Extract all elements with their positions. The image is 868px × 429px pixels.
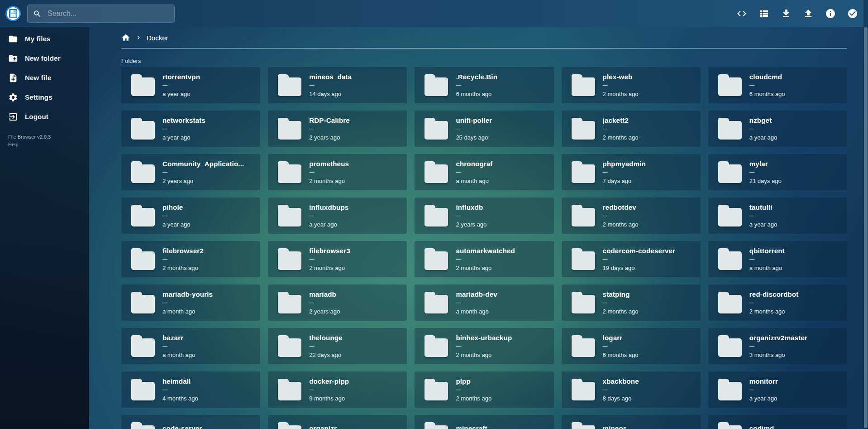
folder-glyph-icon — [131, 338, 155, 357]
folder-card[interactable]: plex-web—2 months ago — [562, 67, 701, 103]
folder-size: — — [603, 344, 639, 349]
folder-card[interactable]: qbittorrent—a month ago — [708, 241, 847, 277]
folder-card[interactable]: mariadb—2 years ago — [268, 284, 407, 321]
folder-modified: 2 years ago — [309, 134, 350, 141]
sidebar: My filesNew folderNew fileSettingsLogout… — [0, 27, 89, 429]
folder-card[interactable]: codercom-codeserver—19 days ago — [562, 241, 701, 277]
folder-glyph-icon — [572, 121, 595, 140]
select-multiple-button[interactable] — [846, 7, 859, 20]
folder-card[interactable]: mineos— — [562, 415, 701, 429]
folder-size: — — [603, 387, 639, 392]
folder-card[interactable]: bazarr—a month ago — [121, 328, 260, 364]
folder-name: statping — [603, 290, 639, 298]
shell-button[interactable] — [735, 7, 748, 20]
folder-glyph-icon — [572, 425, 595, 429]
folder-card[interactable]: mariadb-yourls—a month ago — [121, 284, 260, 321]
folder-card[interactable]: statping—2 months ago — [562, 284, 701, 321]
folder-modified: 4 months ago — [162, 395, 198, 402]
folder-glyph-icon — [718, 77, 742, 96]
folder-card[interactable]: code-server— — [121, 415, 260, 429]
folder-size: — — [456, 257, 515, 262]
sidebar-item-settings[interactable]: Settings — [0, 87, 89, 107]
folder-card[interactable]: logarr—6 months ago — [562, 328, 701, 364]
folder-card[interactable]: influxdbups—a year ago — [268, 198, 407, 234]
sidebar-item-label: Logout — [25, 113, 48, 121]
folder-info: minecraft— — [456, 424, 487, 429]
app-logo[interactable] — [5, 6, 21, 21]
folder-size: — — [162, 300, 213, 305]
folder-info: codimd— — [749, 424, 774, 429]
folder-name: jackett2 — [603, 116, 639, 124]
sidebar-item-new-file[interactable]: New file — [0, 68, 89, 87]
folder-size: — — [162, 83, 200, 88]
upload-button[interactable] — [802, 7, 815, 20]
search-input[interactable] — [47, 9, 169, 18]
folder-glyph-icon — [424, 295, 448, 313]
folder-card[interactable]: nzbget—a year ago — [708, 111, 847, 147]
code-icon — [736, 8, 747, 19]
folder-size: — — [456, 344, 512, 349]
folder-card[interactable]: chronograf—a month ago — [415, 154, 553, 190]
folder-card[interactable]: organizr— — [268, 415, 407, 429]
folder-card[interactable]: prometheus—2 months ago — [268, 154, 407, 190]
breadcrumb-current-folder[interactable]: Docker — [147, 34, 168, 42]
sidebar-item-logout[interactable]: Logout — [0, 107, 89, 126]
logout-icon — [8, 112, 18, 122]
folder-card[interactable]: jackett2—2 months ago — [562, 111, 701, 147]
folder-glyph-icon — [572, 251, 595, 270]
folder-card[interactable]: docker-plpp—9 months ago — [268, 371, 407, 408]
folder-card[interactable]: minecraft— — [415, 415, 553, 429]
folder-card[interactable]: pihole—a year ago — [121, 198, 260, 234]
folder-card[interactable]: codimd— — [708, 415, 847, 429]
folder-card[interactable]: plpp—2 months ago — [415, 371, 553, 408]
folder-card[interactable]: monitorr—a year ago — [708, 371, 847, 408]
folder-name: minecraft — [456, 424, 487, 429]
folder-modified: 2 years ago — [162, 178, 244, 184]
folder-card[interactable]: influxdb—2 years ago — [415, 198, 553, 234]
sidebar-item-my-files[interactable]: My files — [0, 29, 89, 48]
folder-card[interactable]: binhex-urbackup—2 months ago — [415, 328, 553, 364]
folder-card[interactable]: unifi-poller—25 days ago — [415, 111, 553, 147]
help-link[interactable]: Help — [8, 141, 89, 149]
folder-card[interactable]: redbotdev—2 months ago — [562, 198, 701, 234]
folder-info: organizrv2master—3 months ago — [749, 334, 807, 358]
folder-name: mariadb-yourls — [162, 290, 213, 298]
folder-card[interactable]: .Recycle.Bin—6 months ago — [415, 67, 553, 103]
folder-card[interactable]: mylar—21 days ago — [708, 154, 847, 190]
folder-card[interactable]: organizrv2master—3 months ago — [708, 328, 847, 364]
folder-name: cloudcmd — [749, 73, 785, 81]
folder-glyph-icon — [718, 295, 742, 313]
folder-card[interactable]: filebrowser3—2 months ago — [268, 241, 407, 277]
folder-card[interactable]: xbackbone—8 days ago — [562, 371, 701, 408]
folder-card[interactable]: mineos_data—14 days ago — [268, 67, 407, 103]
switch-view-button[interactable] — [758, 7, 770, 20]
folder-card[interactable]: rtorrentvpn—a year ago — [121, 67, 260, 103]
scrollbar-thumb[interactable] — [864, 27, 868, 428]
sidebar-nav: My filesNew folderNew fileSettingsLogout — [0, 29, 89, 126]
breadcrumb-home-button[interactable] — [121, 33, 130, 42]
folder-card[interactable]: tautulli—a year ago — [708, 198, 847, 234]
folder-size: — — [456, 170, 492, 175]
folder-card[interactable]: phpmyadmin—7 days ago — [562, 154, 701, 190]
folder-card[interactable]: Community_Applicatio...—2 years ago — [121, 154, 260, 190]
folder-card[interactable]: filebrowser2—2 months ago — [121, 241, 260, 277]
folder-card[interactable]: thelounge—22 days ago — [268, 328, 407, 364]
app-version-link[interactable]: File Browser v2.0.3 — [8, 133, 89, 141]
folder-card[interactable]: mariadb-dev—a month ago — [415, 284, 553, 321]
folder-info: Community_Applicatio...—2 years ago — [162, 160, 244, 184]
folder-name: xbackbone — [603, 377, 639, 385]
folder-name: qbittorrent — [749, 247, 785, 255]
folder-name: unifi-poller — [456, 116, 492, 124]
folder-card[interactable]: RDP-Calibre—2 years ago — [268, 111, 407, 147]
folder-info: plpp—2 months ago — [456, 377, 491, 402]
folder-card[interactable]: networkstats—a year ago — [121, 111, 260, 147]
download-button[interactable] — [780, 7, 792, 20]
info-button[interactable] — [824, 7, 837, 20]
folder-size: — — [309, 387, 349, 392]
sidebar-item-new-folder[interactable]: New folder — [0, 48, 89, 68]
folder-card[interactable]: cloudcmd—6 months ago — [708, 67, 847, 103]
folder-card[interactable]: red-discordbot—2 months ago — [708, 284, 847, 321]
folder-glyph-icon — [278, 208, 301, 227]
folder-card[interactable]: heimdall—4 months ago — [121, 371, 260, 408]
folder-card[interactable]: automarkwatched—2 months ago — [415, 241, 553, 277]
